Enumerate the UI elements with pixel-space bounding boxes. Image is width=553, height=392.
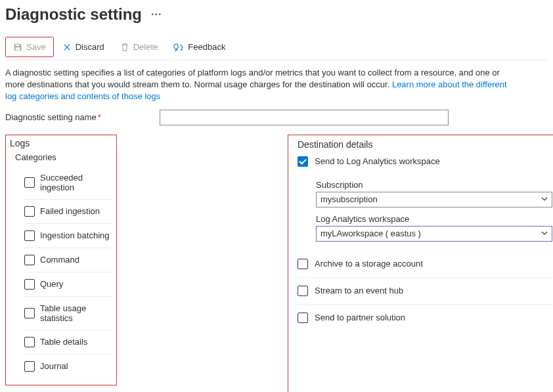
feedback-label: Feedback [188, 42, 225, 52]
checkbox-partner[interactable] [298, 313, 308, 323]
log-category-row[interactable]: Failed ingestion [24, 200, 112, 224]
log-category-label: Query [40, 279, 63, 289]
chevron-down-icon [541, 229, 548, 238]
checkbox[interactable] [24, 230, 35, 241]
feedback-button[interactable]: Feedback [166, 37, 232, 56]
log-category-row[interactable]: Succeeded ingestion [24, 166, 112, 200]
log-category-row[interactable]: Journal [24, 355, 112, 378]
log-category-label: Table usage statistics [40, 303, 112, 323]
name-field-row: Diagnostic setting name* [5, 110, 548, 125]
destination-panel: Destination details Send to Log Analytic… [288, 135, 553, 392]
discard-button[interactable]: Discard [55, 37, 112, 56]
dest-partner[interactable]: Send to partner solution [298, 305, 552, 331]
checkbox[interactable] [24, 279, 35, 290]
checkbox-eventhub[interactable] [298, 286, 308, 296]
log-category-label: Command [40, 255, 79, 265]
log-category-label: Table details [40, 337, 87, 347]
logs-heading: Logs [10, 138, 112, 148]
description: A diagnostic setting specifies a list of… [5, 67, 518, 103]
dest-eventhub[interactable]: Stream to an event hub [298, 278, 552, 305]
dest-partner-label: Send to partner solution [315, 313, 405, 322]
log-category-row[interactable]: Table details [24, 330, 112, 355]
workspace-select[interactable]: myLAworkspace ( eastus ) [316, 226, 552, 242]
toolbar: Save Discard Delete Feedback [5, 34, 548, 60]
checkbox[interactable] [24, 177, 35, 188]
destination-heading: Destination details [298, 139, 552, 150]
log-category-row[interactable]: Ingestion batching [24, 224, 112, 248]
categories-label: Categories [15, 152, 112, 162]
diagnostic-setting-name-input[interactable] [160, 110, 449, 125]
page-title-text: Diagnostic setting [5, 5, 142, 24]
name-label: Diagnostic setting name* [5, 112, 160, 122]
workspace-label: Log Analytics workspace [316, 214, 552, 224]
checkbox-storage[interactable] [298, 259, 308, 269]
subscription-select[interactable]: mysubscription [316, 192, 552, 207]
dest-log-analytics-label: Send to Log Analytics workspace [315, 156, 440, 166]
subscription-label: Subscription [316, 180, 552, 190]
dest-log-analytics[interactable]: Send to Log Analytics workspace [298, 154, 552, 175]
save-label: Save [26, 42, 46, 52]
page-title: Diagnostic setting ··· [5, 5, 548, 24]
log-category-row[interactable]: Command [24, 248, 112, 272]
checkbox[interactable] [24, 206, 35, 217]
checkbox[interactable] [24, 361, 35, 372]
log-category-row[interactable]: Query [24, 272, 112, 297]
log-category-label: Ingestion batching [40, 230, 110, 240]
save-button[interactable]: Save [6, 37, 53, 56]
checkbox[interactable] [24, 255, 35, 265]
log-category-label: Succeeded ingestion [40, 173, 112, 192]
log-category-label: Journal [40, 361, 68, 371]
logs-panel: Logs Categories Succeeded ingestionFaile… [5, 135, 117, 385]
more-icon[interactable]: ··· [151, 9, 162, 20]
checkbox[interactable] [24, 337, 35, 347]
delete-icon [120, 43, 129, 52]
close-icon [62, 43, 72, 52]
dest-storage[interactable]: Archive to a storage account [298, 251, 552, 278]
subscription-value: mysubscription [321, 194, 378, 204]
log-category-label: Failed ingestion [40, 206, 100, 216]
discard-label: Discard [76, 42, 104, 52]
delete-label: Delete [133, 42, 158, 52]
delete-button[interactable]: Delete [113, 37, 166, 56]
checkbox-log-analytics[interactable] [298, 156, 308, 167]
required-asterisk: * [98, 112, 101, 122]
workspace-value: myLAworkspace ( eastus ) [321, 229, 421, 238]
log-category-row[interactable]: Table usage statistics [24, 297, 112, 330]
feedback-icon [173, 43, 184, 52]
save-icon [13, 43, 22, 52]
chevron-down-icon [541, 194, 548, 204]
dest-storage-label: Archive to a storage account [315, 259, 423, 269]
log-analytics-config: Subscription mysubscription Log Analytic… [316, 180, 552, 242]
checkbox[interactable] [24, 308, 35, 318]
dest-eventhub-label: Stream to an event hub [315, 286, 403, 295]
